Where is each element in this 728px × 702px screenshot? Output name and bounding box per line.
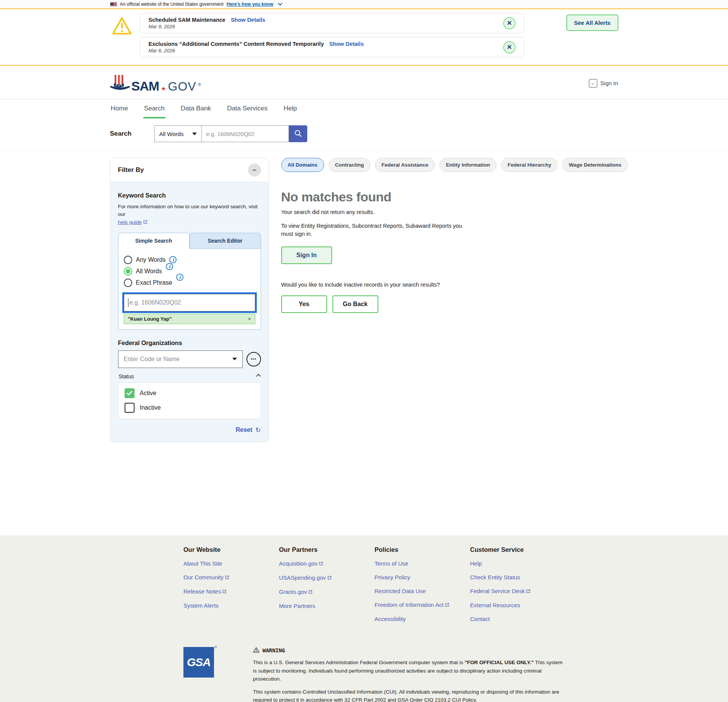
radio-all-words[interactable] — [124, 267, 132, 276]
status-options-box: Active Inactive — [118, 383, 261, 419]
pill-federal-assistance[interactable]: Federal Assistance — [375, 158, 435, 172]
reset-filters-link[interactable]: Reset — [236, 426, 253, 433]
info-icon[interactable]: i — [169, 256, 177, 263]
domain-pills: All Domains Contracting Federal Assistan… — [281, 158, 628, 172]
alerts-section: Scheduled SAM Maintenance Show Details M… — [0, 9, 728, 66]
footer-link-grants-gov[interactable]: Grants.gov — [279, 589, 375, 595]
see-all-alerts-button[interactable]: See All Alerts — [566, 15, 618, 31]
search-mode-value: All Words — [159, 131, 184, 137]
yes-button[interactable]: Yes — [281, 295, 327, 313]
primary-nav: Home Search Data Bank Data Services Help — [0, 99, 728, 118]
sign-in-required-text: To view Entity Registrations, Subcontrac… — [281, 222, 472, 238]
radio-exact-phrase[interactable] — [124, 279, 132, 287]
info-icon[interactable]: i — [176, 274, 183, 281]
footer-link-contact[interactable]: Contact — [470, 616, 566, 622]
radio-row-any-words[interactable]: Any Words i — [124, 256, 255, 264]
footer-link-check-entity-status[interactable]: Check Entity Status — [470, 574, 566, 580]
checkbox-inactive-unchecked[interactable] — [125, 403, 135, 413]
federal-orgs-select[interactable]: Enter Code or Name — [118, 350, 243, 368]
text-cursor — [128, 298, 128, 307]
top-search-input[interactable] — [202, 125, 289, 142]
radio-label: Exact Phrase — [136, 279, 172, 286]
external-link-icon — [327, 575, 332, 581]
footer-link-federal-service-desk[interactable]: Federal Service Desk — [470, 588, 566, 595]
chevron-up-icon[interactable] — [256, 374, 261, 379]
footer-link-release-notes[interactable]: Release Notes — [183, 588, 279, 595]
footer-link-foia[interactable]: Freedom of Information Act — [375, 601, 470, 608]
logo-sam-text: SAM — [131, 80, 159, 92]
radio-any-words[interactable] — [124, 256, 132, 264]
tab-search-editor[interactable]: Search Editor — [190, 233, 261, 249]
footer-link-external-resources[interactable]: External Resources — [470, 602, 566, 608]
alert-close-button[interactable]: ✕ — [503, 17, 516, 29]
gsa-logo: GSA ® — [183, 647, 214, 678]
footer-link-accessibility[interactable]: Accessibility — [375, 616, 470, 622]
external-link-icon — [526, 588, 531, 595]
footer-col-heading: Our Partners — [279, 546, 375, 553]
footer-link-system-alerts[interactable]: System Alerts — [183, 602, 279, 609]
checkbox-active-checked[interactable] — [125, 388, 135, 398]
help-guide-link[interactable]: help guide — [118, 219, 142, 225]
show-details-link[interactable]: Show Details — [329, 41, 363, 47]
more-options-button[interactable]: ••• — [246, 352, 261, 366]
pill-entity-information[interactable]: Entity Information — [439, 158, 497, 172]
status-option-inactive[interactable]: Inactive — [125, 403, 255, 413]
pill-federal-hierarchy[interactable]: Federal Hierarchy — [501, 158, 558, 172]
footer-link-usaspending-gov[interactable]: USASpending.gov — [279, 574, 375, 581]
footer-link-restricted-data-use[interactable]: Restricted Data Use — [375, 588, 470, 594]
sign-in-button[interactable]: Sign In — [281, 246, 332, 264]
tab-simple-search[interactable]: Simple Search — [118, 233, 190, 249]
nav-item-data-services[interactable]: Data Services — [226, 99, 268, 118]
status-option-active[interactable]: Active — [125, 388, 255, 398]
footer-link-acquisition-gov[interactable]: Acquisition.gov — [279, 560, 375, 567]
federal-orgs-heading: Federal Organizations — [118, 340, 261, 347]
footer-link-more-partners[interactable]: More Partners — [279, 603, 375, 609]
how-you-know-link[interactable]: Here’s how you know — [227, 2, 273, 7]
search-submit-button[interactable] — [289, 125, 307, 142]
no-matches-heading: No matches found — [281, 190, 628, 204]
warning-block: WARNING This is a U.S. General Services … — [253, 647, 566, 702]
sam-gov-logo[interactable]: SAM★GOV® — [110, 74, 201, 92]
footer-col-our-partners: Our Partners Acquisition.gov USASpending… — [279, 546, 375, 629]
us-flag-icon — [110, 2, 117, 6]
footer-link-privacy-policy[interactable]: Privacy Policy — [375, 574, 470, 580]
logo-gov-text: GOV — [168, 81, 196, 92]
keyword-tag-label: "Kuan Loung Yap" — [128, 316, 172, 322]
remove-tag-icon[interactable]: × — [248, 316, 251, 322]
keyword-search-heading: Keyword Search — [118, 192, 261, 199]
radio-label: Any Words — [136, 256, 166, 263]
footer-link-help[interactable]: Help — [470, 560, 566, 567]
go-back-button[interactable]: Go Back — [332, 295, 378, 313]
warning-title: WARNING — [263, 647, 285, 653]
pill-contracting[interactable]: Contracting — [329, 158, 371, 172]
logo-registered-mark: ® — [198, 82, 201, 87]
footer-link-about-this-site[interactable]: About This Site — [183, 560, 279, 567]
refresh-icon[interactable]: ↻ — [255, 426, 261, 434]
show-details-link[interactable]: Show Details — [231, 17, 265, 23]
alert-close-button[interactable]: ✕ — [503, 41, 516, 54]
chevron-down-icon — [278, 1, 282, 5]
nav-item-search[interactable]: Search — [143, 99, 165, 118]
nav-item-help[interactable]: Help — [283, 99, 298, 118]
external-link-icon — [308, 589, 313, 595]
footer-col-heading: Customer Service — [470, 546, 566, 553]
collapse-filters-button[interactable]: − — [248, 164, 261, 177]
radio-row-exact-phrase[interactable]: Exact Phrase i — [124, 279, 255, 287]
nav-item-home[interactable]: Home — [110, 99, 129, 118]
pill-wage-determinations[interactable]: Wage Determinations — [562, 158, 628, 172]
radio-row-all-words[interactable]: All Words i — [124, 267, 255, 276]
gov-banner: An official website of the United States… — [0, 0, 728, 9]
search-mode-select[interactable]: All Words — [154, 125, 202, 142]
footer-link-terms-of-use[interactable]: Terms of Use — [375, 560, 470, 567]
sign-in-arrow-icon: ← — [589, 79, 597, 88]
info-icon[interactable]: i — [166, 263, 173, 270]
alert-date: Mar 9, 2026 — [149, 24, 497, 29]
warning-paragraph-2: This system contains Controlled Unclassi… — [253, 688, 566, 702]
nav-item-data-bank[interactable]: Data Bank — [180, 99, 212, 118]
checkbox-label: Inactive — [140, 404, 161, 411]
header-sign-in-link[interactable]: ← Sign In — [589, 79, 618, 88]
footer-link-our-community[interactable]: Our Community — [183, 574, 279, 581]
pill-all-domains[interactable]: All Domains — [281, 158, 324, 172]
gov-banner-text: An official website of the United States… — [120, 2, 224, 7]
keyword-input[interactable] — [124, 294, 255, 311]
